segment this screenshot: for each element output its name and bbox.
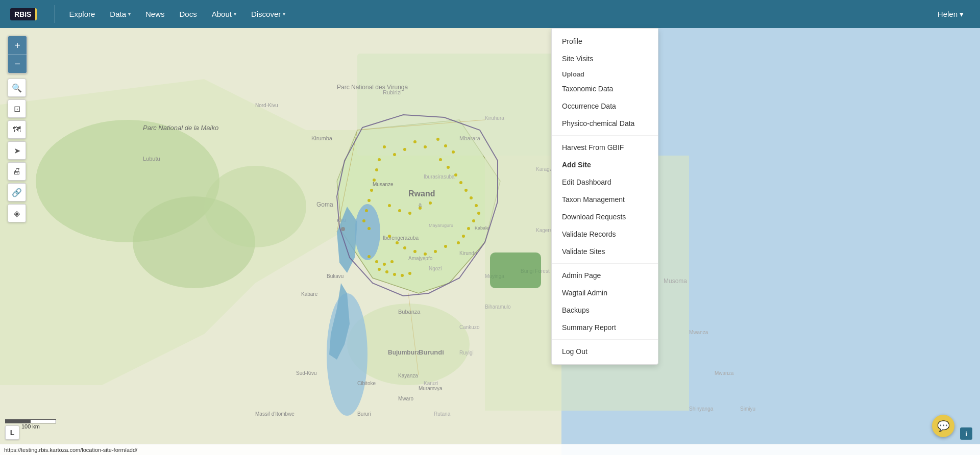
search-tool[interactable]: 🔍 bbox=[8, 79, 26, 97]
svg-text:Bubanza: Bubanza bbox=[398, 309, 421, 315]
svg-text:Muramvya: Muramvya bbox=[419, 386, 443, 391]
map-dot bbox=[383, 145, 386, 148]
status-url: https://testing.rbis.kartoza.com/locatio… bbox=[4, 447, 137, 453]
svg-text:Bukavu: Bukavu bbox=[327, 273, 344, 279]
svg-text:Bujumbura: Bujumbura bbox=[388, 349, 421, 356]
select-tool[interactable]: ⊡ bbox=[8, 99, 26, 118]
layers-icon[interactable]: ◈ bbox=[8, 204, 26, 222]
map-dot bbox=[472, 219, 475, 222]
map-dot bbox=[413, 140, 416, 143]
menu-profile[interactable]: Profile bbox=[552, 33, 658, 50]
menu-backups[interactable]: Backups bbox=[552, 301, 658, 319]
svg-text:Shinyanga: Shinyanga bbox=[689, 406, 714, 412]
map-dot bbox=[464, 189, 468, 192]
svg-text:Goma: Goma bbox=[316, 201, 333, 208]
menu-log-out[interactable]: Log Out bbox=[552, 343, 658, 360]
nav-data[interactable]: Data ▾ bbox=[104, 6, 137, 22]
menu-add-site[interactable]: Add Site bbox=[552, 156, 658, 173]
map-container[interactable]: Parc National de la Maiko Parc National … bbox=[0, 28, 980, 455]
svg-text:Rubirizi: Rubirizi bbox=[383, 89, 402, 95]
svg-text:Kirumba: Kirumba bbox=[311, 135, 333, 141]
map-dot bbox=[462, 235, 465, 238]
menu-taxonomic-data[interactable]: Taxonomic Data bbox=[552, 80, 658, 97]
info-icon[interactable]: i bbox=[960, 427, 972, 440]
svg-text:Mayaruguru: Mayaruguru bbox=[429, 223, 453, 228]
menu-harvest-gbif[interactable]: Harvest From GBIF bbox=[552, 139, 658, 156]
map-dot bbox=[403, 246, 406, 249]
svg-text:Kiruhura: Kiruhura bbox=[485, 115, 504, 121]
svg-text:Kayanza: Kayanza bbox=[398, 373, 418, 378]
svg-text:Amajyepfo: Amajyepfo bbox=[408, 256, 433, 261]
map-dot bbox=[444, 144, 447, 147]
user-menu[interactable]: Helen ▾ bbox=[932, 6, 970, 23]
brand-logo-container: RBIS bbox=[10, 8, 37, 20]
nav-news[interactable]: News bbox=[139, 6, 171, 22]
menu-admin-page[interactable]: Admin Page bbox=[552, 267, 658, 284]
menu-wagtail-admin[interactable]: Wagtail Admin bbox=[552, 284, 658, 301]
menu-site-visits[interactable]: Site Visits bbox=[552, 50, 658, 67]
user-name: Helen bbox=[938, 10, 958, 18]
map-dot bbox=[378, 158, 381, 161]
navigate-tool[interactable]: ➤ bbox=[8, 141, 26, 160]
menu-download-requests[interactable]: Download Requests bbox=[552, 208, 658, 225]
map-background: Parc National de la Maiko Parc National … bbox=[0, 28, 980, 455]
zoom-out-button[interactable]: − bbox=[8, 55, 27, 73]
svg-text:Kagera: Kagera bbox=[536, 228, 553, 233]
menu-validate-records[interactable]: Validate Records bbox=[552, 225, 658, 243]
map-dot bbox=[385, 270, 388, 273]
svg-text:Ruyigi: Ruyigi bbox=[459, 350, 474, 356]
nav-docs[interactable]: Docs bbox=[174, 6, 203, 22]
link-tool[interactable]: 🔗 bbox=[8, 183, 26, 201]
map-dot bbox=[424, 145, 427, 148]
map-dot bbox=[375, 260, 378, 263]
svg-text:Karuzi: Karuzi bbox=[424, 381, 438, 386]
kivu-marker bbox=[341, 227, 345, 231]
menu-occurrence-data[interactable]: Occurrence Data bbox=[552, 97, 658, 115]
user-dropdown-menu: Profile Site Visits Upload Taxonomic Dat… bbox=[551, 28, 658, 365]
menu-validate-sites[interactable]: Validate Sites bbox=[552, 243, 658, 260]
nav-discover[interactable]: Discover ▾ bbox=[245, 6, 291, 22]
svg-text:Mwanza: Mwanza bbox=[715, 370, 734, 376]
map-dot bbox=[439, 158, 442, 161]
chat-button[interactable]: 💬 bbox=[932, 415, 954, 437]
svg-text:Rutana: Rutana bbox=[434, 411, 451, 417]
svg-text:Kabale: Kabale bbox=[475, 225, 489, 231]
map-dot bbox=[434, 250, 437, 253]
svg-text:Burundi: Burundi bbox=[419, 348, 444, 356]
menu-physico-chemical-data[interactable]: Physico-chemical Data bbox=[552, 115, 658, 132]
map-dot bbox=[475, 204, 478, 207]
about-caret: ▾ bbox=[234, 11, 236, 17]
map-dot bbox=[370, 189, 373, 192]
svg-text:Ngozi: Ngozi bbox=[429, 266, 442, 271]
nav-about[interactable]: About ▾ bbox=[206, 6, 242, 22]
map-dot bbox=[393, 273, 396, 276]
nav-explore[interactable]: Explore bbox=[63, 6, 101, 22]
map-dot bbox=[365, 209, 368, 212]
map-dot bbox=[396, 241, 399, 244]
svg-text:Lubutu: Lubutu bbox=[143, 156, 160, 162]
svg-text:Massif d'Itombwe: Massif d'Itombwe bbox=[255, 411, 295, 417]
svg-text:Sud-Kivu: Sud-Kivu bbox=[296, 370, 317, 376]
menu-summary-report[interactable]: Summary Report bbox=[552, 319, 658, 336]
data-caret: ▾ bbox=[128, 11, 131, 17]
svg-text:Kabare: Kabare bbox=[301, 291, 318, 297]
map-dot bbox=[362, 219, 365, 222]
map-dot bbox=[383, 263, 386, 266]
svg-rect-65 bbox=[490, 252, 541, 288]
map-dot bbox=[368, 255, 371, 258]
svg-text:Mwanza: Mwanza bbox=[689, 330, 708, 335]
svg-text:Parc National de la Maiko: Parc National de la Maiko bbox=[143, 124, 218, 132]
layers-tool[interactable]: 🗺 bbox=[8, 120, 26, 139]
print-tool[interactable]: 🖨 bbox=[8, 162, 26, 181]
zoom-in-button[interactable]: + bbox=[8, 36, 27, 55]
svg-text:Musoma: Musoma bbox=[664, 277, 687, 285]
map-dot bbox=[459, 181, 462, 184]
svg-text:Mbarara: Mbarara bbox=[459, 135, 481, 141]
menu-edit-dashboard[interactable]: Edit Dashboard bbox=[552, 173, 658, 191]
map-dot bbox=[378, 268, 381, 271]
map-dot bbox=[444, 245, 447, 248]
menu-taxon-management[interactable]: Taxon Management bbox=[552, 191, 658, 208]
map-dot bbox=[452, 150, 455, 154]
brand-logo[interactable]: RBIS bbox=[10, 8, 37, 20]
svg-text:Bururi: Bururi bbox=[357, 411, 371, 417]
